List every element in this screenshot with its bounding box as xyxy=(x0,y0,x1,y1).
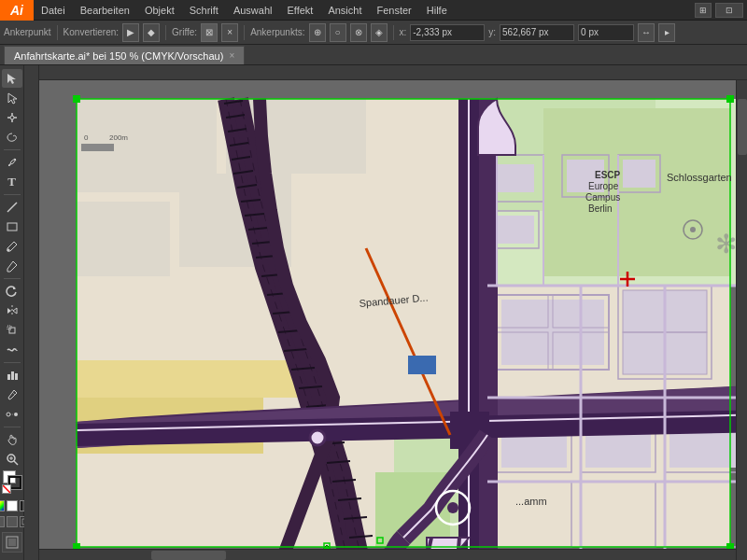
tool-sep4 xyxy=(4,362,21,363)
svg-text:ESCP: ESCP xyxy=(595,170,621,180)
menu-schrift[interactable]: Schrift xyxy=(182,0,226,20)
svg-rect-14 xyxy=(11,371,14,380)
toolbox: T xyxy=(0,65,24,560)
menu-effekt[interactable]: Effekt xyxy=(279,0,320,20)
preview-view-btn[interactable] xyxy=(7,516,18,527)
ap-btn2[interactable]: ○ xyxy=(330,23,346,42)
select-tool[interactable] xyxy=(2,69,22,88)
svg-point-17 xyxy=(7,413,10,416)
convert-btn1[interactable]: ▶ xyxy=(122,23,139,42)
tabbar: Anfahrtskarte.ai* bei 150 % (CMYK/Vorsch… xyxy=(0,45,747,65)
svg-rect-114 xyxy=(408,356,436,374)
svg-text:0: 0 xyxy=(84,133,89,142)
griffe-btn1[interactable]: ⊠ xyxy=(201,23,218,42)
separator2 xyxy=(165,25,166,40)
hand-tool[interactable] xyxy=(2,430,22,449)
menu-ansicht[interactable]: Ansicht xyxy=(320,0,369,20)
direct-select-tool[interactable] xyxy=(2,89,22,107)
more-btn[interactable]: ▸ xyxy=(658,23,675,42)
lasso-tool[interactable] xyxy=(2,128,22,147)
griffe-label: Griffe: xyxy=(172,27,197,37)
z-coord-input[interactable] xyxy=(578,24,634,41)
svg-text:200m: 200m xyxy=(109,133,128,142)
pen-tool[interactable] xyxy=(2,153,22,172)
line-tool[interactable] xyxy=(2,198,22,217)
tab-close-btn[interactable]: × xyxy=(229,50,234,61)
scrollbar-h[interactable] xyxy=(39,549,736,560)
menu-objekt[interactable]: Objekt xyxy=(137,0,182,20)
svg-point-108 xyxy=(310,430,325,445)
rotate-tool[interactable] xyxy=(2,282,22,301)
separator1 xyxy=(57,25,58,40)
color-mode-btn[interactable] xyxy=(0,500,5,511)
tab-label: Anfahrtskarte.ai* bei 150 % (CMYK/Vorsch… xyxy=(14,50,223,62)
svg-text:Europe: Europe xyxy=(588,181,619,191)
scrollbar-v-thumb[interactable] xyxy=(738,99,747,155)
separator4 xyxy=(393,25,394,40)
svg-line-24 xyxy=(3,485,10,493)
tool-sep3 xyxy=(4,278,21,279)
paintbrush-tool[interactable] xyxy=(2,237,22,256)
menu-bearbeiten[interactable]: Bearbeiten xyxy=(73,0,137,20)
scrollbar-v[interactable] xyxy=(736,80,747,560)
svg-rect-27 xyxy=(8,539,16,546)
svg-line-6 xyxy=(7,203,17,212)
artboard-tool[interactable] xyxy=(2,532,22,553)
warp-tool[interactable] xyxy=(2,341,22,359)
workspace-button[interactable]: ⊞ xyxy=(695,3,712,18)
svg-text:Berlin: Berlin xyxy=(588,203,613,214)
map-canvas[interactable]: ✻ ESCP Europe xyxy=(39,80,747,560)
blend-tool[interactable] xyxy=(2,405,22,424)
eyedropper-tool[interactable] xyxy=(2,385,22,404)
ap-btn4[interactable]: ◈ xyxy=(371,23,388,42)
ankerpunkts-label: Ankerpunkts: xyxy=(250,27,304,37)
ap-btn3[interactable]: ⊗ xyxy=(350,23,367,42)
svg-text:...amm: ...amm xyxy=(515,496,547,507)
document-tab[interactable]: Anfahrtskarte.ai* bei 150 % (CMYK/Vorsch… xyxy=(4,46,245,64)
svg-line-9 xyxy=(13,261,17,265)
menu-datei[interactable]: Datei xyxy=(34,0,73,20)
convert-btn2[interactable]: ◆ xyxy=(143,23,160,42)
menu-hilfe[interactable]: Hilfe xyxy=(419,0,455,20)
ap-btn1[interactable]: ⊕ xyxy=(309,23,326,42)
svg-rect-69 xyxy=(77,202,170,276)
menu-auswahl[interactable]: Auswahl xyxy=(226,0,280,20)
flip-btn[interactable]: ↔ xyxy=(638,23,655,42)
column-graph-tool[interactable] xyxy=(2,366,22,385)
vertical-ruler xyxy=(24,65,39,560)
y-coord-input[interactable] xyxy=(500,24,574,41)
zoom-tool[interactable] xyxy=(2,450,22,469)
svg-rect-119 xyxy=(726,95,734,103)
none-btn[interactable] xyxy=(7,500,18,511)
svg-rect-39 xyxy=(497,164,534,192)
arrange-button[interactable]: ⊡ xyxy=(715,3,743,18)
x-label: x: xyxy=(400,27,407,37)
svg-rect-11 xyxy=(9,328,15,333)
magic-wand-tool[interactable] xyxy=(2,108,22,127)
svg-rect-15 xyxy=(15,373,18,380)
scrollbar-h-thumb[interactable] xyxy=(151,551,226,560)
scale-tool[interactable] xyxy=(2,321,22,340)
pencil-tool[interactable] xyxy=(2,257,22,275)
reflect-tool[interactable] xyxy=(2,301,22,320)
rect-tool[interactable] xyxy=(2,217,22,236)
normal-view-btn[interactable] xyxy=(0,516,5,527)
none-indicator[interactable] xyxy=(2,484,11,494)
konvertieren-label: Konvertieren: xyxy=(63,27,119,37)
menubar: Ai Datei Bearbeiten Objekt Schrift Auswa… xyxy=(0,0,747,21)
fill-stroke-indicator xyxy=(2,469,22,490)
svg-point-18 xyxy=(14,413,18,416)
svg-rect-36 xyxy=(77,360,319,398)
svg-text:Schlossgarten: Schlossgarten xyxy=(667,172,732,183)
x-coord-input[interactable] xyxy=(410,24,485,41)
ankerpunkt-label: Ankerpunkt xyxy=(4,27,51,37)
canvas-area[interactable]: ✻ ESCP Europe xyxy=(24,65,747,560)
svg-rect-45 xyxy=(492,216,534,244)
main-area: T xyxy=(0,65,747,560)
app-logo: Ai xyxy=(0,0,34,21)
griffe-btn2[interactable]: × xyxy=(221,23,238,42)
text-tool-icon: T xyxy=(7,175,16,189)
svg-point-8 xyxy=(7,249,9,252)
text-tool[interactable]: T xyxy=(2,173,22,191)
menu-fenster[interactable]: Fenster xyxy=(369,0,418,20)
